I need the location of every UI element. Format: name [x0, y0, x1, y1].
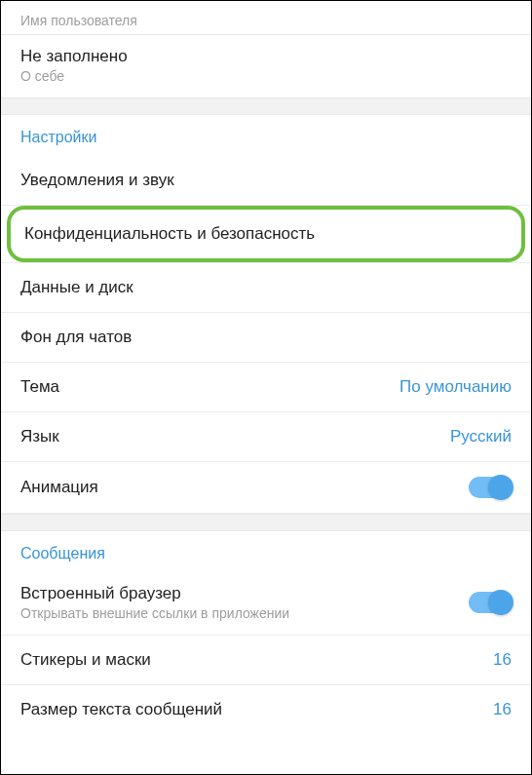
- notifications-label: Уведомления и звук: [20, 171, 512, 190]
- privacy-item[interactable]: Конфиденциальность и безопасность: [7, 206, 525, 262]
- notifications-item[interactable]: Уведомления и звук: [1, 156, 531, 206]
- privacy-label: Конфиденциальность и безопасность: [24, 224, 315, 243]
- stickers-value: 16: [493, 650, 512, 670]
- bio-section[interactable]: Не заполнено О себе: [1, 35, 531, 97]
- stickers-label: Стикеры и маски: [20, 650, 493, 670]
- data-disk-item[interactable]: Данные и диск: [1, 263, 531, 313]
- messages-header: Сообщения: [1, 531, 531, 572]
- animation-item[interactable]: Анимация: [1, 462, 531, 514]
- animation-label: Анимация: [20, 478, 469, 497]
- language-label: Язык: [20, 427, 450, 446]
- stickers-item[interactable]: Стикеры и маски 16: [1, 636, 531, 685]
- builtin-browser-title: Встроенный браузер: [20, 584, 469, 603]
- chat-background-label: Фон для чатов: [20, 328, 512, 347]
- text-size-value: 16: [493, 700, 512, 719]
- theme-item[interactable]: Тема По умолчанию: [1, 363, 531, 412]
- bio-title: Не заполнено: [20, 47, 512, 66]
- text-size-label: Размер текста сообщений: [20, 700, 493, 719]
- chat-background-item[interactable]: Фон для чатов: [1, 313, 531, 363]
- settings-header: Настройки: [1, 115, 531, 156]
- toggle-knob: [488, 475, 513, 500]
- username-section[interactable]: Имя пользователя: [1, 1, 531, 35]
- theme-label: Тема: [20, 377, 399, 397]
- theme-value: По умолчанию: [399, 377, 512, 397]
- builtin-browser-toggle[interactable]: [469, 592, 512, 613]
- builtin-browser-subtitle: Открывать внешние ссылки в приложении: [20, 605, 469, 621]
- bio-label: О себе: [20, 68, 512, 84]
- data-disk-label: Данные и диск: [20, 278, 512, 297]
- language-value: Русский: [450, 427, 512, 446]
- language-item[interactable]: Язык Русский: [1, 412, 531, 462]
- animation-toggle[interactable]: [469, 477, 512, 498]
- toggle-knob: [488, 590, 513, 615]
- text-size-item[interactable]: Размер текста сообщений 16: [1, 685, 531, 734]
- builtin-browser-item[interactable]: Встроенный браузер Открывать внешние ссы…: [1, 572, 531, 636]
- username-label: Имя пользователя: [20, 13, 512, 28]
- section-gap-2: [1, 514, 531, 531]
- privacy-item-wrapper: Конфиденциальность и безопасность: [1, 206, 531, 263]
- section-gap: [1, 97, 531, 115]
